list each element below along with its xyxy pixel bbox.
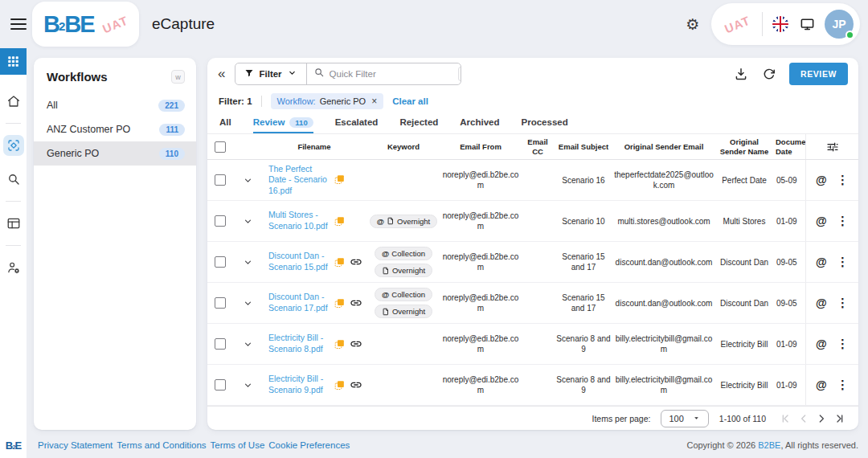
first-page-icon[interactable] <box>778 411 794 427</box>
filter-dropdown-button[interactable]: Filter <box>235 63 306 84</box>
copy-attachment-icon[interactable] <box>334 256 346 268</box>
row-expand-icon[interactable] <box>233 216 262 227</box>
at-icon: @ <box>382 249 389 258</box>
cell-actions: @⋮ <box>805 201 858 241</box>
row-checkbox[interactable] <box>207 174 233 186</box>
email-at-icon[interactable]: @ <box>816 174 827 186</box>
sidebar-item-spreadsheet[interactable] <box>3 213 24 234</box>
footer-link[interactable]: Terms of Use <box>211 440 265 450</box>
sidebar-item-apps[interactable] <box>0 48 27 75</box>
language-flag-icon[interactable] <box>772 16 788 32</box>
tab-all[interactable]: All <box>219 112 231 133</box>
column-header[interactable]: Original Sender Email <box>612 142 715 151</box>
copy-attachment-icon[interactable] <box>334 215 346 227</box>
link-icon[interactable] <box>350 337 362 350</box>
filename-link[interactable]: Multi Stores - Scenario 10.pdf <box>268 210 330 231</box>
column-settings-icon[interactable] <box>805 134 858 159</box>
copy-attachment-icon[interactable] <box>334 297 346 309</box>
tab-archived[interactable]: Archived <box>460 112 499 133</box>
filename-link[interactable]: The Perfect Date - Scenario 16.pdf <box>268 164 330 197</box>
row-checkbox[interactable] <box>207 379 233 391</box>
review-button[interactable]: REVIEW <box>789 63 848 85</box>
last-page-icon[interactable] <box>831 411 847 427</box>
copy-attachment-icon[interactable] <box>334 174 346 186</box>
tab-escalated[interactable]: Escalated <box>335 112 379 133</box>
row-checkbox[interactable] <box>207 256 233 268</box>
filename-link[interactable]: Discount Dan - Scenario 17.pdf <box>268 292 330 313</box>
row-checkbox[interactable] <box>207 338 233 350</box>
gear-icon[interactable]: ⚙ <box>686 17 699 32</box>
email-at-icon[interactable]: @ <box>816 215 827 227</box>
download-icon[interactable] <box>734 67 748 81</box>
column-header[interactable]: Document Date <box>773 137 805 156</box>
sidebar-item-home[interactable] <box>3 91 24 112</box>
email-at-icon[interactable]: @ <box>816 256 827 268</box>
clear-all-link[interactable]: Clear all <box>392 96 428 106</box>
footer-link[interactable]: Terms and Conditions <box>117 440 206 450</box>
sidebar-item-capture[interactable] <box>3 135 24 156</box>
row-menu-icon[interactable]: ⋮ <box>837 337 849 351</box>
page-size-select[interactable]: 100 <box>661 410 708 427</box>
row-checkbox[interactable] <box>207 215 233 227</box>
row-menu-icon[interactable]: ⋮ <box>837 296 849 310</box>
column-header[interactable]: Keyword <box>366 142 440 151</box>
row-expand-icon[interactable] <box>233 380 262 391</box>
sidebar-item-user-settings[interactable] <box>3 257 24 278</box>
email-at-icon[interactable]: @ <box>816 378 827 391</box>
column-header[interactable]: Email CC <box>521 137 555 156</box>
select-all-checkbox[interactable] <box>207 141 233 153</box>
collapse-panel-icon[interactable]: « <box>218 66 225 82</box>
filename-link[interactable]: Electricity Bill - Scenario 8.pdf <box>268 333 330 354</box>
previous-page-icon[interactable] <box>796 411 812 427</box>
avatar[interactable]: JP <box>825 10 854 39</box>
tab-review[interactable]: Review110 <box>253 112 313 133</box>
workflow-item[interactable]: ANZ Customer PO111 <box>34 117 196 141</box>
menu-icon[interactable] <box>10 15 27 33</box>
column-header[interactable]: Filename <box>262 142 366 151</box>
document-icon <box>382 308 390 316</box>
row-expand-icon[interactable] <box>233 298 262 309</box>
page-size-value: 100 <box>669 414 683 423</box>
footer-link[interactable]: Cookie Preferences <box>268 440 350 450</box>
link-icon[interactable] <box>350 378 362 391</box>
email-at-icon[interactable]: @ <box>816 296 827 309</box>
column-header[interactable]: Email Subject <box>555 142 612 151</box>
row-expand-icon[interactable] <box>233 339 262 350</box>
row-menu-icon[interactable]: ⋮ <box>837 214 849 228</box>
workflow-item[interactable]: All221 <box>34 93 196 117</box>
copy-attachment-icon[interactable] <box>334 379 346 391</box>
row-menu-icon[interactable]: ⋮ <box>837 255 849 269</box>
link-icon[interactable] <box>350 256 362 268</box>
workflow-item[interactable]: Generic PO110 <box>34 141 196 166</box>
footer-link[interactable]: Privacy Statement <box>38 440 113 450</box>
tab-processed[interactable]: Processed <box>522 112 568 133</box>
row-expand-icon[interactable] <box>233 257 262 268</box>
column-header[interactable]: Original Sender Name <box>715 137 773 156</box>
cell-email-from: noreply@edi.b2be.com <box>440 333 521 354</box>
footer-brand-link[interactable]: B2BE <box>758 440 780 450</box>
online-status-dot <box>845 31 854 39</box>
brand-logo[interactable]: B2BE UAT <box>32 2 139 47</box>
row-menu-icon[interactable]: ⋮ <box>837 378 849 392</box>
monitor-icon[interactable] <box>800 17 815 32</box>
cell-keyword: @CollectionOvernight <box>366 247 440 277</box>
next-page-icon[interactable] <box>813 411 829 427</box>
column-header[interactable]: Email From <box>440 142 521 151</box>
quick-filter-input[interactable] <box>330 69 453 79</box>
row-menu-icon[interactable]: ⋮ <box>837 173 849 187</box>
filter-chip[interactable]: Workflow: Generic PO × <box>271 93 384 109</box>
close-icon[interactable]: × <box>371 96 377 107</box>
copy-attachment-icon[interactable] <box>334 338 346 350</box>
link-icon[interactable] <box>350 296 362 309</box>
workflow-label: Generic PO <box>47 148 99 159</box>
filename-link[interactable]: Discount Dan - Scenario 15.pdf <box>268 251 330 272</box>
filename-link[interactable]: Electricity Bill - Scenario 9.pdf <box>268 374 330 395</box>
refresh-icon[interactable] <box>762 67 776 81</box>
row-expand-icon[interactable] <box>233 175 262 186</box>
row-checkbox[interactable] <box>207 297 233 309</box>
email-at-icon[interactable]: @ <box>816 337 827 350</box>
tab-rejected[interactable]: Rejected <box>399 112 438 133</box>
keyword-label: Collection <box>391 290 425 299</box>
sidebar-item-search[interactable] <box>3 169 24 190</box>
tab-count-badge: 110 <box>289 117 313 128</box>
